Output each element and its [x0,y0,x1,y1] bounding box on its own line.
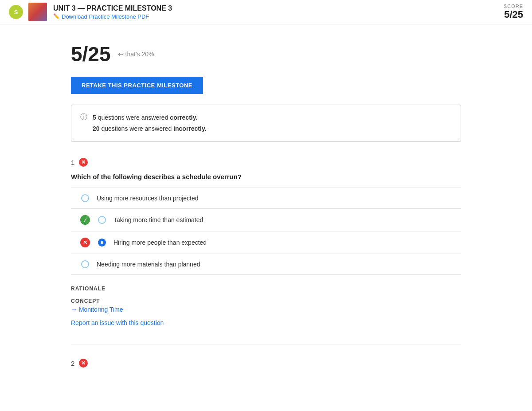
score-big: 5/25 [71,42,111,66]
page-header: S UNIT 3 — PRACTICE MILESTONE 3 ✏️ Downl… [0,0,532,24]
question-2-number: 2 [71,360,74,367]
question-2-header: 2 ✕ [71,359,461,368]
score-display: 5/25 ↩ that's 20% [71,42,461,66]
incorrect-count: 20 [93,125,100,132]
radio-filled-icon [98,239,106,247]
score-label: SCORE [504,4,523,9]
question-1-text: Which of the following describes a sched… [71,173,461,180]
option-b-radio [97,216,107,224]
book-thumbnail [28,3,47,21]
arrow-icon: ↩ [118,50,124,59]
correct-check-icon: ✓ [80,215,90,225]
correct-count: 5 [93,114,96,121]
option-d-text: Needing more materials than planned [97,261,200,268]
question-1-number: 1 [71,159,74,166]
score-value: 5/25 [504,9,523,20]
radio-empty-icon [81,194,89,202]
radio-empty-icon-b [98,216,106,224]
header-score: SCORE 5/25 [504,4,523,20]
question-2-block: 2 ✕ [71,359,461,368]
option-a-row[interactable]: Using more resources than projected [71,188,461,209]
option-d-row[interactable]: Needing more materials than planned [71,254,461,275]
info-text: 5 questions were answered correctly. 20 … [93,112,207,134]
question-1-options: Using more resources than projected ✓ Ta… [71,188,461,275]
download-link[interactable]: ✏️ Download Practice Milestone PDF [53,13,504,20]
question-1-status-icon: ✕ [79,158,88,167]
question-1-header: 1 ✕ [71,158,461,167]
concept-label: CONCEPT [71,298,461,304]
radio-empty-icon-d [81,260,89,268]
svg-text:S: S [14,9,18,16]
rationale-section: RATIONALE CONCEPT → Monitoring Time Repo… [71,284,461,326]
rationale-label: RATIONALE [71,286,461,292]
info-box: ⓘ 5 questions were answered correctly. 2… [71,105,461,142]
option-a-indicator [80,194,90,202]
option-b-correct-indicator: ✓ [80,215,90,225]
incorrect-emphasis: incorrectly. [173,125,206,132]
header-title-area: UNIT 3 — PRACTICE MILESTONE 3 ✏️ Downloa… [53,4,504,20]
option-a-text: Using more resources than projected [97,195,199,202]
question-1-block: 1 ✕ Which of the following describes a s… [71,158,461,326]
question-divider [71,344,461,344]
option-b-text: Taking more time than estimated [113,216,203,223]
score-percent: ↩ that's 20% [118,50,154,59]
option-d-indicator [80,260,90,268]
option-c-text: Hiring more people than expected [113,239,207,246]
option-c-radio [97,239,107,247]
logo-icon: S [9,5,23,19]
wrong-x-icon: ✕ [80,238,90,247]
concept-link[interactable]: → Monitoring Time [71,306,461,313]
question-2-status-icon: ✕ [79,359,88,368]
pencil-icon: ✏️ [53,13,60,20]
page-title: UNIT 3 — PRACTICE MILESTONE 3 [53,4,504,12]
main-content: 5/25 ↩ that's 20% RETAKE THIS PRACTICE M… [53,24,479,403]
correct-emphasis: correctly. [170,114,197,121]
option-c-row[interactable]: ✕ Hiring more people than expected [71,231,461,254]
report-issue-link[interactable]: Report an issue with this question [71,319,461,326]
option-c-wrong-indicator: ✕ [80,238,90,247]
option-b-row[interactable]: ✓ Taking more time than estimated [71,209,461,231]
info-icon: ⓘ [80,113,87,122]
retake-button[interactable]: RETAKE THIS PRACTICE MILESTONE [71,77,203,94]
